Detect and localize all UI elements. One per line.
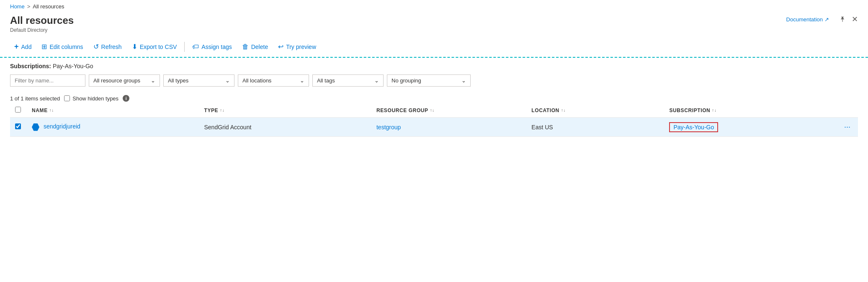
filter-by-name-input[interactable] [10,74,85,87]
add-label: Add [21,44,32,50]
add-button[interactable]: + Add [10,40,36,54]
documentation-external-icon: ↗ [824,16,829,23]
documentation-link[interactable]: Documentation ↗ [786,16,829,23]
locations-chevron: ⌄ [300,77,304,84]
th-type: TYPE ↑↓ [199,103,371,118]
resource-groups-dropdown[interactable]: All resource groups ⌄ [89,74,160,87]
add-icon: + [14,42,19,51]
subscriptions-label: Subscriptions: Pay-As-You-Go [10,63,858,69]
row-checkbox[interactable] [15,123,21,129]
tags-dropdown[interactable]: All tags ⌄ [312,74,384,87]
table-row: sendgridjureid SendGrid Account testgrou… [10,118,858,137]
th-subscription: SUBSCRIPTION ↑↓ [664,103,837,118]
toolbar: + Add ⊞ Edit columns ↺ Refresh ⬇ Export … [0,36,868,58]
delete-icon: 🗑 [242,43,249,51]
row-location-cell: East US [526,118,664,137]
delete-label: Delete [251,44,268,50]
rg-sort-icon[interactable]: ↑↓ [430,108,435,113]
row-name-cell: sendgridjureid [27,118,199,137]
export-icon: ⬇ [132,43,137,51]
locations-dropdown[interactable]: All locations ⌄ [238,74,309,87]
try-preview-button[interactable]: ↩ Try preview [274,40,320,53]
refresh-button[interactable]: ↺ Refresh [89,40,126,53]
resource-icon [32,123,39,131]
try-preview-icon: ↩ [278,43,283,51]
row-type-value: SendGrid Account [204,124,251,131]
delete-button[interactable]: 🗑 Delete [238,41,272,53]
subscriptions-prefix: Subscriptions: [10,63,51,69]
filters-section: Subscriptions: Pay-As-You-Go All resourc… [0,58,868,92]
type-sort-icon[interactable]: ↑↓ [220,108,224,113]
breadcrumb-separator: > [27,3,31,10]
th-location: LOCATION ↑↓ [526,103,664,118]
export-label: Export to CSV [140,44,177,50]
locations-label: All locations [242,77,271,84]
documentation-label: Documentation [786,16,823,23]
edit-columns-button[interactable]: ⊞ Edit columns [37,40,87,53]
location-sort-icon[interactable]: ↑↓ [561,108,566,113]
header-left: All resources Default Directory [10,15,74,33]
grouping-dropdown[interactable]: No grouping ⌄ [387,74,471,87]
header-icons: 🖈 ✕ [839,15,858,24]
resource-group-link[interactable]: testgroup [376,124,401,131]
th-select-all [10,103,27,118]
breadcrumb-home[interactable]: Home [10,3,25,10]
row-location-value: East US [531,124,553,131]
breadcrumb: Home > All resources [0,0,868,13]
subscription-badge-link[interactable]: Pay-As-You-Go [669,122,718,132]
filter-row: All resource groups ⌄ All types ⌄ All lo… [10,74,858,87]
types-chevron: ⌄ [225,77,230,84]
tags-label: All tags [317,77,335,84]
th-name: NAME ↑↓ [27,103,199,118]
tags-chevron: ⌄ [374,77,379,84]
grouping-label: No grouping [392,77,421,84]
resource-name-link[interactable]: sendgridjureid [44,123,80,130]
subscriptions-value-text: Pay-As-You-Go [53,63,93,69]
types-dropdown[interactable]: All types ⌄ [163,74,234,87]
th-name-label: NAME [32,108,48,113]
sub-sort-icon[interactable]: ↑↓ [712,108,716,113]
resource-groups-chevron: ⌄ [151,77,155,84]
row-more-button[interactable]: ··· [842,122,853,132]
th-location-label: LOCATION [531,108,559,113]
th-resource-group: RESOURCE GROUP ↑↓ [371,103,526,118]
row-subscription-cell: Pay-As-You-Go [664,118,837,137]
try-preview-label: Try preview [286,44,316,50]
show-hidden-types-label[interactable]: Show hidden types [64,95,118,102]
items-bar: 1 of 1 items selected Show hidden types … [0,92,868,103]
th-sub-label: SUBSCRIPTION [669,108,710,113]
th-more [837,103,858,118]
resources-table: NAME ↑↓ TYPE ↑↓ RESOURCE GROUP ↑↓ [10,103,858,137]
row-type-cell: SendGrid Account [199,118,371,137]
page-title: All resources [10,15,74,26]
edit-columns-icon: ⊞ [41,43,47,51]
pin-icon[interactable]: 🖈 [839,15,847,24]
close-icon[interactable]: ✕ [852,15,858,24]
assign-tags-label: Assign tags [201,44,232,50]
items-count: 1 of 1 items selected [10,95,60,102]
show-hidden-types-checkbox[interactable] [64,95,70,101]
assign-tags-button[interactable]: 🏷 Assign tags [188,41,236,53]
toolbar-divider [184,42,185,52]
export-csv-button[interactable]: ⬇ Export to CSV [128,40,181,53]
page-subtitle: Default Directory [10,27,74,33]
breadcrumb-current: All resources [33,3,64,10]
types-label: All types [168,77,188,84]
th-type-label: TYPE [204,108,218,113]
table-head: NAME ↑↓ TYPE ↑↓ RESOURCE GROUP ↑↓ [10,103,858,118]
assign-tags-icon: 🏷 [192,43,199,51]
row-rg-cell: testgroup [371,118,526,137]
refresh-label: Refresh [101,44,122,50]
grouping-chevron: ⌄ [461,77,466,84]
refresh-icon: ↺ [93,43,99,51]
info-icon[interactable]: i [123,95,129,102]
resource-groups-label: All resource groups [93,77,140,84]
th-rg-label: RESOURCE GROUP [376,108,428,113]
name-sort-icon[interactable]: ↑↓ [49,108,54,113]
select-all-checkbox[interactable] [15,107,21,113]
edit-columns-label: Edit columns [49,44,83,50]
header-right: Documentation ↗ 🖈 ✕ [786,15,858,24]
table-header-row: NAME ↑↓ TYPE ↑↓ RESOURCE GROUP ↑↓ [10,103,858,118]
show-hidden-types-text: Show hidden types [72,95,118,102]
page-header: All resources Default Directory Document… [0,13,868,36]
